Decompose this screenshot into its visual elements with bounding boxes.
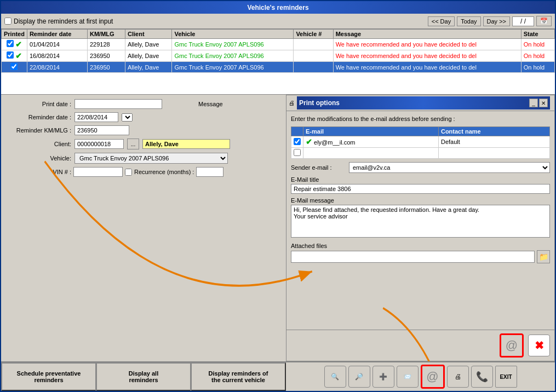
exit-label: EXIT — [500, 374, 512, 380]
email-row-2[interactable] — [291, 148, 550, 159]
at-icon: @ — [426, 370, 438, 384]
table-row[interactable]: ✔ 01/04/2014 229128 Allely, Dave Gmc Tru… — [2, 39, 555, 50]
display-checkbox[interactable] — [4, 18, 12, 25]
vehicle-label: Vehicle: — [5, 155, 71, 162]
email-message-section: E-Mail message Hi, Please find attached,… — [291, 197, 550, 239]
cancel-dialog-btn[interactable]: ✖ — [528, 335, 550, 356]
envelope-btn[interactable]: 📨 — [397, 366, 419, 388]
calendar-btn[interactable]: 📅 — [536, 16, 552, 26]
row-message: We have recommended and you have decided… — [333, 62, 521, 73]
btn-today[interactable]: Today — [457, 16, 480, 26]
vin-label: VIN # : — [5, 169, 71, 175]
sender-select[interactable]: email@v2v.ca — [349, 162, 550, 173]
row-km: 236950 — [87, 62, 125, 73]
row-reminder-date: 01/04/2014 — [27, 39, 87, 50]
col-client: Client — [125, 30, 172, 39]
dialog-controls: _ ✕ — [529, 99, 548, 107]
dialog-close-btn[interactable]: ✕ — [539, 99, 548, 107]
attached-input[interactable] — [291, 251, 535, 263]
print-btn[interactable]: 🖨 — [447, 366, 469, 388]
schedule-btn[interactable]: Schedule preventative reminders — [1, 362, 96, 391]
email-check-col — [291, 127, 303, 136]
contact-name-2 — [438, 148, 549, 159]
recurrence-input[interactable] — [196, 167, 223, 177]
client-id-input[interactable] — [74, 139, 124, 149]
contact-name-1: Default — [438, 136, 549, 148]
search2-btn[interactable]: 🔎 — [348, 366, 370, 388]
row-reminder-date: 22/08/2014 — [27, 62, 87, 73]
col-contact: Contact name — [438, 127, 549, 136]
recurrence-checkbox[interactable] — [125, 169, 132, 176]
row-printed[interactable]: ✔ — [2, 39, 27, 50]
table-row[interactable]: 22/08/2014 236950 Allely, Dave Gmc Truck… — [2, 62, 555, 73]
print-date-row: Print date : Message — [5, 99, 282, 109]
row-vehicle: Gmc Truck Envoy 2007 APLS096 — [172, 62, 294, 73]
print-icon: 🖨 — [455, 373, 461, 381]
vin-input[interactable] — [73, 167, 123, 177]
table-row[interactable]: ✔ 16/08/2014 236950 Allely, Dave Gmc Tru… — [2, 50, 555, 62]
col-vehicle: Vehicle — [172, 30, 294, 39]
col-message: Message — [333, 30, 521, 39]
print-date-input[interactable] — [74, 99, 162, 109]
sender-row: Sender e-mail : email@v2v.ca — [291, 162, 550, 173]
attached-row: 📁 — [291, 250, 550, 263]
reminder-km-input[interactable] — [74, 125, 129, 135]
row-km: 229128 — [87, 39, 125, 50]
display-current-btn[interactable]: Display reminders of the current vehicle — [191, 362, 286, 391]
day-input[interactable] — [512, 16, 534, 26]
row-client: Allely, Dave — [125, 39, 172, 50]
email-row-1[interactable]: ✔ ely@m__il.com Default — [291, 136, 550, 148]
reminder-km-label: Reminder KM/MLG : — [5, 127, 71, 134]
email-check-icon: ✔ — [306, 137, 312, 146]
exit-btn[interactable]: EXIT — [495, 366, 517, 388]
reminder-km-row: Reminder KM/MLG : — [5, 125, 282, 135]
green-icon: ➕ — [379, 373, 387, 381]
vehicle-select[interactable]: Gmc Truck Envoy 2007 APLS096 — [74, 153, 228, 164]
reminders-table-area[interactable]: Printed Reminder date KM/MLG Client Vehi… — [1, 29, 555, 95]
phone-btn[interactable]: 📞 — [471, 366, 493, 388]
main-window: Vehicle's reminders Display the reminder… — [0, 0, 556, 392]
col-email: E-mail — [303, 127, 439, 136]
row-printed[interactable]: ✔ — [2, 50, 27, 62]
client-browse-btn[interactable]: ... — [127, 139, 139, 149]
reminder-date-label: Reminder date : — [5, 114, 71, 120]
search2-icon: 🔎 — [355, 373, 363, 381]
email-table: E-mail Contact name ✔ — [291, 126, 550, 159]
dialog-minimize-btn[interactable]: _ — [529, 99, 538, 107]
check-icon: ✔ — [15, 40, 22, 49]
reminder-date-dropdown[interactable] — [122, 113, 133, 122]
right-panel: 🖨 Print options _ ✕ Enter the modificati… — [286, 95, 555, 361]
dialog-body: Enter the modifications to the e-mail ad… — [286, 111, 554, 330]
phone-icon: 📞 — [476, 371, 488, 383]
email-check-2[interactable] — [291, 148, 303, 159]
btn-day-next[interactable]: Day >> — [483, 16, 510, 26]
display-all-btn[interactable]: Display all reminders — [96, 362, 191, 391]
email-title-input[interactable] — [291, 184, 550, 194]
attached-section: Attached files 📁 — [291, 243, 550, 263]
email-send-btn[interactable]: @ — [500, 333, 524, 358]
recurrence-label: Recurrence (months) : — [134, 169, 194, 175]
email-message-label: E-Mail message — [291, 197, 550, 204]
row-vehicle-num — [294, 62, 333, 73]
left-panel: Print date : Message Reminder date : Rem… — [1, 95, 286, 361]
window-title: Vehicle's reminders — [247, 4, 308, 11]
email-check-1[interactable] — [291, 136, 303, 148]
print-date-label: Print date : — [5, 101, 71, 107]
search-icon: 🔍 — [331, 373, 339, 381]
toolbar: Display the reminders at first input << … — [1, 14, 555, 29]
row-client: Allely, Dave — [125, 50, 172, 62]
email-message-textarea[interactable]: Hi, Please find attached, the requested … — [291, 205, 550, 238]
email-at-btn[interactable]: @ — [421, 365, 445, 389]
row-vehicle: Gmc Truck Envoy 2007 APLS096 — [172, 50, 294, 62]
green-btn[interactable]: ➕ — [372, 366, 394, 388]
btn-day-prev[interactable]: << Day — [428, 16, 455, 26]
row-state: On hold — [521, 39, 554, 50]
client-name-input[interactable] — [142, 139, 230, 149]
reminder-date-input[interactable] — [74, 112, 118, 122]
row-printed[interactable] — [2, 62, 27, 73]
email-title-label: E-Mail title — [291, 176, 550, 183]
col-vehicle-num: Vehicle # — [294, 30, 333, 39]
attach-browse-btn[interactable]: 📁 — [537, 250, 550, 263]
search-btn[interactable]: 🔍 — [324, 366, 346, 388]
display-checkbox-label[interactable]: Display the reminders at first input — [4, 18, 113, 25]
